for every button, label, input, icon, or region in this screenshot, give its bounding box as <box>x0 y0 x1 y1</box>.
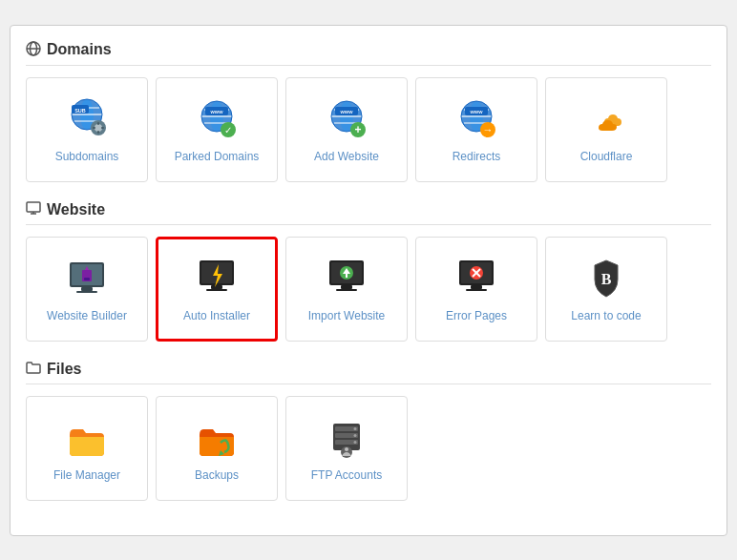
website-section: Website We <box>26 201 711 342</box>
svg-rect-70 <box>471 285 482 289</box>
tile-error-pages[interactable]: Error Pages <box>415 237 537 342</box>
cloudflare-icon <box>581 94 631 144</box>
svg-text:+: + <box>354 123 361 136</box>
svg-rect-60 <box>206 289 227 291</box>
import-website-label: Import Website <box>308 309 385 324</box>
svg-point-82 <box>354 434 357 437</box>
tile-import-website[interactable]: Import Website <box>285 237 408 342</box>
website-builder-icon <box>62 254 112 303</box>
redirects-label: Redirects <box>453 150 501 165</box>
svg-point-83 <box>354 441 357 444</box>
domain-icon <box>26 41 41 59</box>
domains-section: Domains SUB <box>26 41 711 182</box>
cloudflare-label: Cloudflare <box>580 150 633 165</box>
website-icon <box>26 201 41 218</box>
svg-rect-13 <box>97 122 99 125</box>
svg-rect-64 <box>341 285 352 289</box>
tile-add-website[interactable]: www + Add Website <box>285 77 408 182</box>
subdomains-label: Subdomains <box>55 150 119 165</box>
tile-file-manager[interactable]: File Manager <box>26 396 148 501</box>
svg-rect-14 <box>97 131 99 134</box>
website-builder-label: Website Builder <box>47 309 127 324</box>
learn-to-code-icon: B <box>581 254 631 303</box>
backups-label: Backups <box>195 468 239 484</box>
error-pages-label: Error Pages <box>446 309 507 324</box>
files-grid: File Manager Backups <box>26 396 711 501</box>
files-title: Files <box>47 361 81 378</box>
files-header: Files <box>26 361 711 384</box>
main-container: Domains SUB <box>10 25 727 536</box>
parked-domains-icon: www ✓ <box>192 94 242 144</box>
error-pages-icon <box>452 254 501 303</box>
domains-grid: SUB Subdomains <box>26 77 711 182</box>
website-header: Website <box>26 201 711 225</box>
svg-rect-56 <box>84 278 90 280</box>
ftp-accounts-icon <box>322 413 371 463</box>
tile-learn-to-code[interactable]: B Learn to code <box>545 237 667 342</box>
svg-text:B: B <box>601 271 612 287</box>
tile-ftp-accounts[interactable]: FTP Accounts <box>285 396 408 501</box>
svg-point-85 <box>345 447 348 451</box>
tile-redirects[interactable]: www → Redirects <box>415 77 537 182</box>
file-manager-label: File Manager <box>53 468 120 484</box>
backups-icon <box>192 413 242 463</box>
file-manager-icon <box>62 413 112 463</box>
svg-text:www: www <box>340 109 354 114</box>
tile-parked-domains[interactable]: www ✓ Parked Domains <box>156 77 278 182</box>
svg-rect-71 <box>466 289 487 291</box>
svg-rect-15 <box>93 127 95 129</box>
learn-to-code-label: Learn to code <box>571 309 641 324</box>
import-website-icon <box>322 254 371 303</box>
svg-rect-52 <box>81 287 93 291</box>
add-website-label: Add Website <box>314 150 379 165</box>
website-grid: Website Builder Auto Installer <box>26 237 711 342</box>
svg-text:→: → <box>483 124 494 135</box>
auto-installer-label: Auto Installer <box>183 309 250 324</box>
svg-rect-53 <box>76 291 97 293</box>
svg-point-81 <box>354 427 357 430</box>
tile-cloudflare[interactable]: Cloudflare <box>545 77 667 182</box>
parked-domains-label: Parked Domains <box>175 150 260 165</box>
svg-rect-65 <box>336 289 357 291</box>
website-title: Website <box>47 201 105 218</box>
svg-text:www: www <box>210 109 224 114</box>
svg-text:SUB: SUB <box>74 107 86 113</box>
redirects-icon: www → <box>452 94 501 144</box>
files-icon <box>26 361 41 377</box>
svg-rect-59 <box>211 285 222 289</box>
svg-rect-16 <box>101 127 104 129</box>
files-section: Files File Manager <box>26 361 711 501</box>
svg-point-12 <box>95 124 102 132</box>
svg-rect-47 <box>27 202 40 212</box>
tile-auto-installer[interactable]: Auto Installer <box>156 237 278 342</box>
auto-installer-icon <box>192 254 242 303</box>
tile-backups[interactable]: Backups <box>156 396 278 501</box>
ftp-accounts-label: FTP Accounts <box>311 468 382 484</box>
svg-text:www: www <box>470 109 484 114</box>
domains-title: Domains <box>47 41 112 58</box>
svg-text:✓: ✓ <box>224 124 232 135</box>
tile-website-builder[interactable]: Website Builder <box>26 237 148 342</box>
domains-header: Domains <box>26 41 711 66</box>
add-website-icon: www + <box>322 94 371 144</box>
subdomains-icon: SUB <box>62 94 112 144</box>
tile-subdomains[interactable]: SUB Subdomains <box>26 77 148 182</box>
